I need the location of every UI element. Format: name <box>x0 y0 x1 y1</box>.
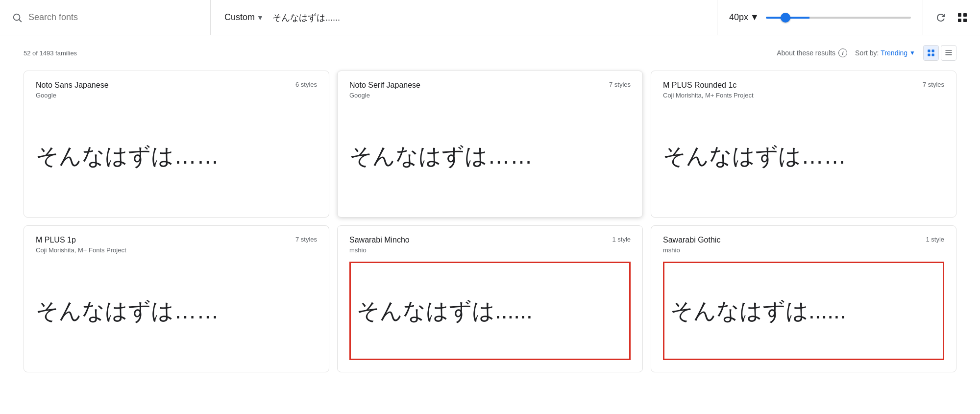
results-bar: 52 of 1493 families About these results … <box>24 45 956 61</box>
font-size-slider[interactable] <box>766 17 911 19</box>
font-preview: そんなはずは...... <box>663 262 944 360</box>
svg-rect-9 <box>932 54 934 56</box>
font-card-header: M PLUS 1p 7 styles <box>36 236 317 244</box>
slider-wrap <box>766 17 911 19</box>
font-styles: 1 style <box>926 236 944 243</box>
svg-line-1 <box>19 20 21 22</box>
svg-rect-3 <box>963 13 967 17</box>
search-section <box>0 0 211 35</box>
font-name: Noto Sans Japanese <box>36 81 109 90</box>
font-card-header: M PLUS Rounded 1c 7 styles <box>663 81 944 90</box>
about-results-label: About these results <box>777 49 835 57</box>
search-input[interactable] <box>28 12 198 23</box>
font-name: Noto Serif Japanese <box>349 81 420 90</box>
main-content: 52 of 1493 families About these results … <box>0 35 980 382</box>
font-card-header: Sawarabi Gothic 1 style <box>663 236 944 244</box>
font-author: mshio <box>349 246 631 254</box>
sort-by-value: Trending <box>881 49 907 57</box>
font-author: Google <box>36 92 317 99</box>
size-arrow-icon: ▼ <box>750 12 759 23</box>
font-author: Coji Morishita, M+ Fonts Project <box>36 246 317 254</box>
svg-rect-7 <box>932 49 934 52</box>
font-name: Sawarabi Mincho <box>349 236 410 244</box>
svg-rect-10 <box>945 50 952 51</box>
font-card[interactable]: Noto Sans Japanese 6 styles Google そんなはず… <box>24 71 329 218</box>
results-count: 52 of 1493 families <box>24 49 77 57</box>
refresh-button[interactable] <box>935 12 947 24</box>
font-author: mshio <box>663 246 944 254</box>
size-label: 40px <box>729 12 748 23</box>
font-card[interactable]: Sawarabi Gothic 1 style mshio そんなはずは....… <box>651 225 956 372</box>
font-styles: 6 styles <box>295 81 317 88</box>
svg-rect-5 <box>963 19 967 22</box>
font-preview: そんなはずは…… <box>36 107 317 205</box>
font-styles: 7 styles <box>295 236 317 243</box>
font-preview: そんなはずは…… <box>663 107 944 205</box>
font-card[interactable]: Noto Serif Japanese 7 styles Google そんなは… <box>337 71 643 218</box>
font-preview: そんなはずは…… <box>349 107 631 205</box>
font-grid: Noto Sans Japanese 6 styles Google そんなはず… <box>24 71 956 372</box>
font-card-header: Noto Sans Japanese 6 styles <box>36 81 317 90</box>
custom-dropdown[interactable]: Custom ▼ <box>224 12 264 23</box>
svg-rect-8 <box>928 54 930 56</box>
svg-rect-11 <box>945 52 952 53</box>
font-preview: そんなはずは…… <box>36 262 317 360</box>
results-right: About these results i Sort by: Trending … <box>777 45 956 61</box>
font-card[interactable]: M PLUS 1p 7 styles Coji Morishita, M+ Fo… <box>24 225 329 372</box>
list-view-toggle[interactable] <box>941 45 956 61</box>
font-styles: 7 styles <box>923 81 944 88</box>
font-name: Sawarabi Gothic <box>663 236 720 244</box>
topbar: Custom ▼ そんなはずは...... 40px ▼ <box>0 0 980 35</box>
font-card-header: Noto Serif Japanese 7 styles <box>349 81 631 90</box>
custom-section: Custom ▼ そんなはずは...... <box>211 0 717 35</box>
action-section <box>923 12 980 24</box>
about-results-button[interactable]: About these results i <box>777 49 847 57</box>
grid-view-button[interactable] <box>956 12 968 24</box>
svg-rect-6 <box>928 49 930 52</box>
search-icon <box>12 12 23 23</box>
font-preview: そんなはずは...... <box>349 262 631 360</box>
sort-by-arrow-icon: ▼ <box>909 49 915 56</box>
svg-rect-12 <box>945 54 952 55</box>
sort-by-dropdown[interactable]: Sort by: Trending ▼ <box>855 49 915 57</box>
svg-rect-4 <box>958 19 961 22</box>
size-dropdown[interactable]: 40px ▼ <box>729 12 759 23</box>
font-author: Coji Morishita, M+ Fonts Project <box>663 92 944 99</box>
custom-arrow-icon: ▼ <box>257 14 264 22</box>
font-styles: 1 style <box>612 236 631 243</box>
font-name: M PLUS Rounded 1c <box>663 81 736 90</box>
sort-by-label: Sort by: <box>855 49 879 57</box>
font-author: Google <box>349 92 631 99</box>
svg-rect-2 <box>958 13 961 17</box>
font-card[interactable]: M PLUS Rounded 1c 7 styles Coji Morishit… <box>651 71 956 218</box>
info-icon: i <box>838 49 847 57</box>
font-card[interactable]: Sawarabi Mincho 1 style mshio そんなはずは....… <box>337 225 643 372</box>
font-name: M PLUS 1p <box>36 236 76 244</box>
view-toggle <box>923 45 956 61</box>
preview-text[interactable]: そんなはずは...... <box>272 12 340 24</box>
grid-view-toggle[interactable] <box>923 45 939 61</box>
size-section: 40px ▼ <box>717 0 923 35</box>
font-styles: 7 styles <box>609 81 631 88</box>
font-card-header: Sawarabi Mincho 1 style <box>349 236 631 244</box>
custom-label: Custom <box>224 12 255 23</box>
